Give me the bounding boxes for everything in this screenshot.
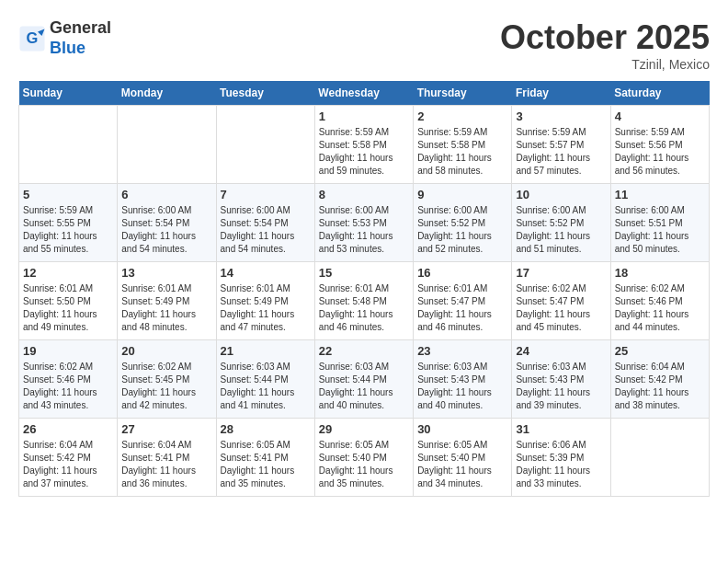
day-info: Sunrise: 6:00 AM Sunset: 5:54 PM Dayligh…: [121, 204, 211, 256]
logo-icon: G: [18, 25, 46, 52]
day-number: 22: [319, 344, 409, 358]
day-number: 23: [417, 344, 507, 358]
day-info: Sunrise: 5:59 AM Sunset: 5:58 PM Dayligh…: [417, 126, 507, 178]
day-number: 1: [319, 109, 409, 123]
day-number: 15: [319, 266, 409, 280]
day-info: Sunrise: 6:01 AM Sunset: 5:47 PM Dayligh…: [417, 282, 507, 334]
month-title: October 2025: [500, 18, 710, 57]
day-number: 2: [417, 109, 507, 123]
day-number: 19: [23, 344, 113, 358]
day-number: 28: [221, 422, 311, 436]
calendar-day-24: 24Sunrise: 6:03 AM Sunset: 5:43 PM Dayli…: [512, 340, 610, 419]
calendar-day-14: 14Sunrise: 6:01 AM Sunset: 5:49 PM Dayli…: [216, 262, 314, 340]
calendar-day-22: 22Sunrise: 6:03 AM Sunset: 5:44 PM Dayli…: [314, 340, 413, 419]
calendar-table: SundayMondayTuesdayWednesdayThursdayFrid…: [18, 81, 710, 497]
day-number: 12: [23, 266, 113, 280]
calendar-day-2: 2Sunrise: 5:59 AM Sunset: 5:58 PM Daylig…: [414, 106, 512, 184]
logo: G General Blue: [18, 18, 111, 58]
day-number: 5: [23, 188, 113, 201]
weekday-header-sunday: Sunday: [19, 81, 118, 106]
day-info: Sunrise: 6:00 AM Sunset: 5:54 PM Dayligh…: [221, 204, 311, 256]
day-number: 21: [221, 344, 311, 358]
day-number: 17: [516, 266, 606, 280]
calendar-day-9: 9Sunrise: 6:00 AM Sunset: 5:52 PM Daylig…: [414, 184, 512, 262]
weekday-header-thursday: Thursday: [414, 81, 512, 106]
day-number: 8: [319, 188, 409, 201]
calendar-day-17: 17Sunrise: 6:02 AM Sunset: 5:47 PM Dayli…: [512, 262, 610, 340]
calendar-day-4: 4Sunrise: 5:59 AM Sunset: 5:56 PM Daylig…: [610, 106, 709, 184]
svg-text:G: G: [27, 29, 39, 45]
day-number: 26: [23, 422, 113, 436]
calendar-day-25: 25Sunrise: 6:04 AM Sunset: 5:42 PM Dayli…: [610, 340, 709, 419]
calendar-empty-cell: [216, 106, 314, 184]
calendar-day-28: 28Sunrise: 6:05 AM Sunset: 5:41 PM Dayli…: [216, 419, 314, 497]
day-number: 14: [221, 266, 311, 280]
day-number: 31: [516, 422, 606, 436]
day-info: Sunrise: 6:03 AM Sunset: 5:44 PM Dayligh…: [319, 361, 409, 412]
calendar-day-16: 16Sunrise: 6:01 AM Sunset: 5:47 PM Dayli…: [414, 262, 512, 340]
logo-general: General: [50, 18, 111, 37]
day-info: Sunrise: 6:03 AM Sunset: 5:43 PM Dayligh…: [417, 361, 507, 412]
day-number: 27: [121, 422, 211, 436]
day-info: Sunrise: 5:59 AM Sunset: 5:55 PM Dayligh…: [23, 204, 113, 256]
calendar-day-15: 15Sunrise: 6:01 AM Sunset: 5:48 PM Dayli…: [314, 262, 413, 340]
day-number: 18: [615, 266, 705, 280]
day-info: Sunrise: 6:00 AM Sunset: 5:51 PM Dayligh…: [615, 204, 705, 256]
day-info: Sunrise: 6:01 AM Sunset: 5:49 PM Dayligh…: [121, 282, 211, 334]
day-info: Sunrise: 6:04 AM Sunset: 5:42 PM Dayligh…: [23, 439, 113, 490]
day-number: 6: [121, 188, 211, 201]
calendar-day-31: 31Sunrise: 6:06 AM Sunset: 5:39 PM Dayli…: [512, 419, 610, 497]
weekday-header-monday: Monday: [118, 81, 216, 106]
day-info: Sunrise: 6:05 AM Sunset: 5:41 PM Dayligh…: [221, 439, 311, 490]
day-info: Sunrise: 6:02 AM Sunset: 5:47 PM Dayligh…: [516, 282, 606, 334]
day-info: Sunrise: 6:05 AM Sunset: 5:40 PM Dayligh…: [319, 439, 409, 490]
calendar-week-row: 1Sunrise: 5:59 AM Sunset: 5:58 PM Daylig…: [19, 106, 710, 184]
calendar-day-11: 11Sunrise: 6:00 AM Sunset: 5:51 PM Dayli…: [610, 184, 709, 262]
weekday-header-tuesday: Tuesday: [216, 81, 314, 106]
calendar-day-19: 19Sunrise: 6:02 AM Sunset: 5:46 PM Dayli…: [19, 340, 118, 419]
day-number: 7: [221, 188, 311, 201]
calendar-day-8: 8Sunrise: 6:00 AM Sunset: 5:53 PM Daylig…: [314, 184, 413, 262]
day-info: Sunrise: 5:59 AM Sunset: 5:58 PM Dayligh…: [319, 126, 409, 178]
calendar-day-12: 12Sunrise: 6:01 AM Sunset: 5:50 PM Dayli…: [19, 262, 118, 340]
page-header: G General Blue October 2025 Tzinil, Mexi…: [18, 18, 710, 72]
calendar-empty-cell: [118, 106, 216, 184]
calendar-empty-cell: [19, 106, 118, 184]
calendar-day-3: 3Sunrise: 5:59 AM Sunset: 5:57 PM Daylig…: [512, 106, 610, 184]
day-number: 13: [121, 266, 211, 280]
calendar-week-row: 19Sunrise: 6:02 AM Sunset: 5:46 PM Dayli…: [19, 340, 710, 419]
day-info: Sunrise: 6:01 AM Sunset: 5:48 PM Dayligh…: [319, 282, 409, 334]
day-info: Sunrise: 6:02 AM Sunset: 5:46 PM Dayligh…: [615, 282, 705, 334]
day-info: Sunrise: 6:06 AM Sunset: 5:39 PM Dayligh…: [516, 439, 606, 490]
day-info: Sunrise: 6:01 AM Sunset: 5:50 PM Dayligh…: [23, 282, 113, 334]
calendar-day-30: 30Sunrise: 6:05 AM Sunset: 5:40 PM Dayli…: [414, 419, 512, 497]
weekday-header-saturday: Saturday: [610, 81, 709, 106]
day-number: 3: [516, 109, 606, 123]
calendar-day-1: 1Sunrise: 5:59 AM Sunset: 5:58 PM Daylig…: [314, 106, 413, 184]
logo-text: General Blue: [50, 18, 111, 58]
day-info: Sunrise: 6:03 AM Sunset: 5:44 PM Dayligh…: [221, 361, 311, 412]
calendar-day-29: 29Sunrise: 6:05 AM Sunset: 5:40 PM Dayli…: [314, 419, 413, 497]
day-number: 24: [516, 344, 606, 358]
day-info: Sunrise: 6:00 AM Sunset: 5:52 PM Dayligh…: [516, 204, 606, 256]
day-number: 11: [615, 188, 705, 201]
weekday-header-row: SundayMondayTuesdayWednesdayThursdayFrid…: [19, 81, 710, 106]
day-info: Sunrise: 6:03 AM Sunset: 5:43 PM Dayligh…: [516, 361, 606, 412]
calendar-day-10: 10Sunrise: 6:00 AM Sunset: 5:52 PM Dayli…: [512, 184, 610, 262]
location: Tzinil, Mexico: [500, 57, 710, 72]
weekday-header-wednesday: Wednesday: [314, 81, 413, 106]
day-number: 16: [417, 266, 507, 280]
day-info: Sunrise: 6:04 AM Sunset: 5:41 PM Dayligh…: [121, 439, 211, 490]
day-number: 30: [417, 422, 507, 436]
day-info: Sunrise: 6:01 AM Sunset: 5:49 PM Dayligh…: [221, 282, 311, 334]
day-info: Sunrise: 6:04 AM Sunset: 5:42 PM Dayligh…: [615, 361, 705, 412]
day-number: 10: [516, 188, 606, 201]
calendar-day-5: 5Sunrise: 5:59 AM Sunset: 5:55 PM Daylig…: [19, 184, 118, 262]
weekday-header-friday: Friday: [512, 81, 610, 106]
calendar-day-21: 21Sunrise: 6:03 AM Sunset: 5:44 PM Dayli…: [216, 340, 314, 419]
title-section: October 2025 Tzinil, Mexico: [500, 18, 710, 72]
calendar-day-18: 18Sunrise: 6:02 AM Sunset: 5:46 PM Dayli…: [610, 262, 709, 340]
day-number: 20: [121, 344, 211, 358]
calendar-day-26: 26Sunrise: 6:04 AM Sunset: 5:42 PM Dayli…: [19, 419, 118, 497]
calendar-day-13: 13Sunrise: 6:01 AM Sunset: 5:49 PM Dayli…: [118, 262, 216, 340]
